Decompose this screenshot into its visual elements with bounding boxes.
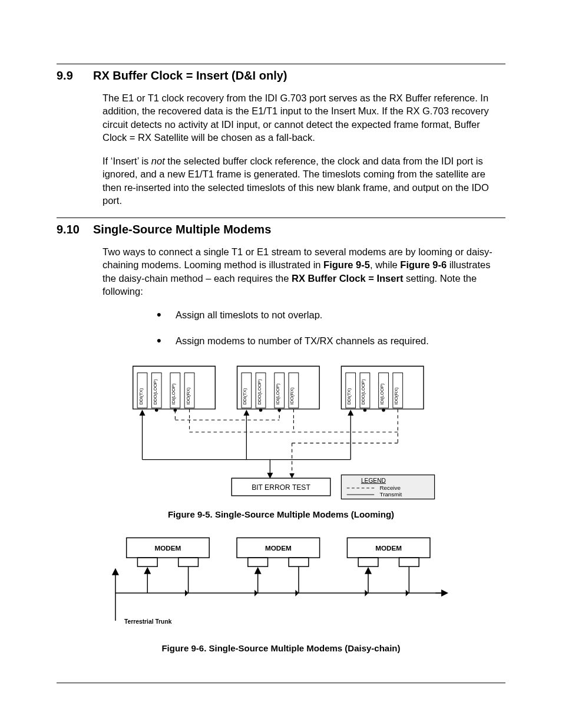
section-9-9-heading: 9.9 RX Buffer Clock = Insert (D&I only) (57, 68, 505, 83)
svg-marker-61 (365, 589, 368, 596)
bullets-list: Assign all timeslots to not overlap. Ass… (157, 308, 505, 348)
port-label: DDO(LOOP) (257, 379, 262, 405)
rule-between (57, 218, 505, 218)
port-label: DDI(TX) (346, 388, 352, 404)
svg-marker-59 (254, 589, 258, 596)
modem-label: MODEM (155, 544, 181, 552)
port-label: IDO(RX) (186, 387, 191, 404)
port-label: IDI(LOOP) (275, 383, 280, 404)
svg-rect-45 (289, 558, 309, 566)
svg-point-12 (155, 409, 158, 412)
section-9-10-title: Single-Source Multiple Modems (93, 222, 271, 237)
para2-pre: If ‘Insert’ is (103, 156, 151, 166)
figure-9-6-caption: Figure 9-6. Single-Source Multiple Modem… (57, 643, 505, 653)
svg-point-16 (363, 409, 367, 412)
p-ref2: Figure 9-6 (400, 259, 447, 270)
svg-rect-43 (178, 558, 199, 566)
legend-receive: Receive (380, 484, 401, 490)
port-label: IDI(LOOP) (171, 383, 176, 404)
section-9-10-heading: 9.10 Single-Source Multiple Modems (57, 222, 505, 237)
section-9-10-number: 9.10 (57, 222, 93, 237)
p-ref1: Figure 9-5 (323, 259, 370, 270)
port-label: DDI(TX) (242, 388, 247, 404)
modem-label: MODEM (265, 544, 292, 552)
section-9-9-number: 9.9 (57, 68, 93, 83)
svg-point-17 (382, 409, 385, 412)
bottom-rule (57, 683, 505, 683)
top-rule (57, 64, 505, 64)
figure-9-5-diagram: DDI(TX) DDO(LOOP) IDI(LOOP) IDO(RX) DDI(… (116, 361, 446, 503)
terrestrial-trunk-label: Terrestrial Trunk (124, 618, 172, 624)
port-label: DDI(TX) (138, 388, 144, 404)
p-bold-setting: RX Buffer Clock = Insert (292, 273, 403, 284)
port-label: DDO(LOOP) (361, 379, 366, 405)
svg-marker-62 (406, 589, 409, 596)
figure-9-6-diagram: MODEM MODEM MODEM Terrestrial Trunk (104, 532, 458, 637)
port-label: IDO(RX) (289, 387, 295, 404)
bullet-item: Assign modems to number of TX/RX channel… (157, 334, 505, 347)
legend-title: LEGEND (361, 477, 386, 483)
port-label: IDO(RX) (394, 387, 399, 404)
section-9-10-para: Two ways to connect a single T1 or E1 st… (103, 245, 505, 298)
bit-error-test-label: BIT ERROR TEST (252, 483, 310, 491)
para2-em: not (151, 156, 165, 166)
svg-marker-58 (185, 589, 189, 596)
svg-point-14 (259, 409, 263, 412)
svg-rect-44 (248, 558, 268, 566)
p-mid: , while (370, 259, 400, 270)
port-label: DDO(LOOP) (153, 379, 158, 405)
svg-rect-47 (399, 558, 419, 566)
svg-marker-60 (295, 589, 299, 596)
svg-rect-46 (358, 558, 378, 566)
figure-9-5: DDI(TX) DDO(LOOP) IDI(LOOP) IDO(RX) DDI(… (57, 361, 505, 503)
section-9-9-para2: If ‘Insert’ is not the selected buffer c… (103, 154, 505, 207)
figure-9-5-caption: Figure 9-5. Single-Source Multiple Modem… (57, 509, 505, 519)
legend-transmit: Transmit (380, 491, 402, 498)
bullet-item: Assign all timeslots to not overlap. (157, 308, 505, 321)
section-9-9-title: RX Buffer Clock = Insert (D&I only) (93, 68, 287, 83)
modem-label: MODEM (375, 544, 402, 552)
port-label: IDI(LOOP) (379, 383, 385, 404)
section-9-9-para1: The E1 or T1 clock recovery from the IDI… (103, 91, 505, 144)
svg-rect-42 (137, 558, 157, 566)
figure-9-6: MODEM MODEM MODEM Terrestrial Trunk (57, 532, 505, 637)
